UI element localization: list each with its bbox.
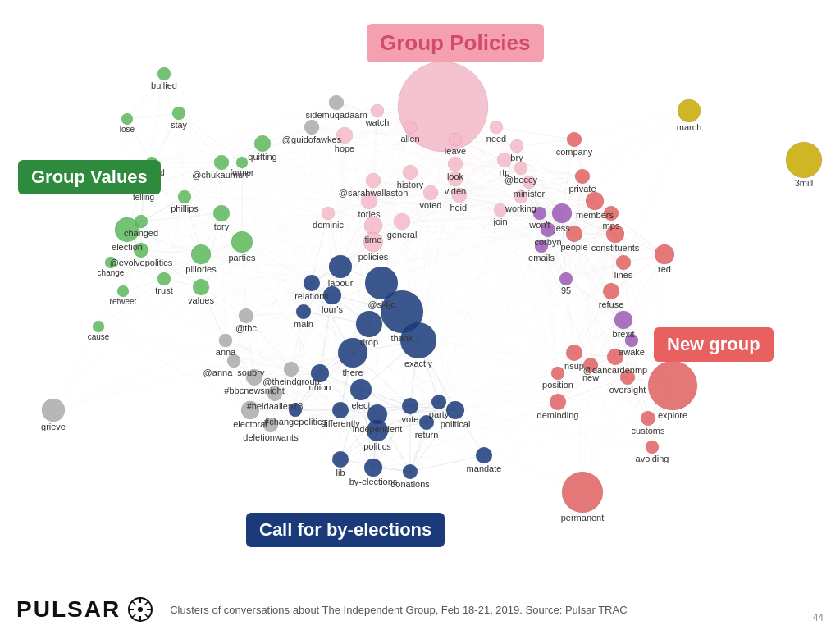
svg-line-6 (132, 601, 135, 605)
footer: PULSAR Clusters of conversations about T… (0, 589, 840, 630)
footer-caption: Clusters of conversations about The Inde… (170, 604, 627, 616)
pulsar-logo: PULSAR (16, 596, 153, 623)
page-number: 44 (813, 612, 824, 623)
network-graph (0, 0, 840, 591)
svg-line-7 (145, 614, 148, 618)
brand-name: PULSAR (16, 596, 121, 623)
pulsar-icon (127, 596, 153, 623)
svg-line-9 (132, 614, 135, 618)
svg-point-1 (138, 607, 143, 612)
svg-line-8 (145, 601, 148, 605)
